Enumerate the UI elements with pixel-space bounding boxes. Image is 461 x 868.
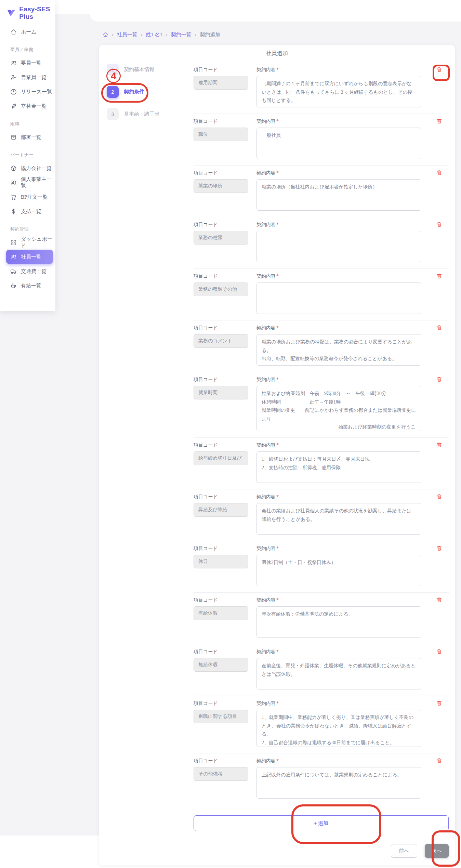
breadcrumb-home-icon[interactable]: [103, 32, 108, 38]
contract-content-label: 契約内容*: [256, 758, 421, 764]
delete-row-button[interactable]: [436, 118, 442, 124]
contract-content-textarea[interactable]: [256, 76, 421, 107]
delete-row-button[interactable]: [436, 170, 442, 175]
sidebar-item-label: 交通費一覧: [21, 268, 47, 275]
contract-content-textarea[interactable]: [256, 179, 421, 211]
contract-content-textarea[interactable]: [256, 710, 421, 747]
sidebar-item-label: 協力会社一覧: [21, 165, 52, 172]
chevron-right-icon: ›: [195, 32, 197, 38]
sidebar-item-sole-proprietor-list[interactable]: 個人事業主一覧: [0, 175, 55, 190]
contract-content-label: 契約内容*: [256, 597, 421, 603]
sidebar-section-title: 組織: [0, 113, 55, 130]
contract-content-label: 契約内容*: [256, 494, 421, 500]
item-code-input: [194, 658, 248, 672]
contract-content-textarea[interactable]: [256, 658, 421, 689]
required-mark: *: [276, 377, 279, 382]
contract-conditions-form: 項目コード契約内容*項目コード契約内容*項目コード契約内容*項目コード契約内容*…: [177, 62, 455, 858]
required-mark: *: [276, 170, 279, 175]
sidebar-item-transport-expense-list[interactable]: 交通費一覧: [0, 264, 55, 278]
users-icon: [10, 60, 17, 66]
employee-add-card: 社員追加 1契約基本情報2契約条件3基本給・諸手当 項目コード契約内容*項目コー…: [99, 45, 455, 865]
sidebar-item-label: ホーム: [21, 29, 37, 35]
sidebar-item-partner-company-list[interactable]: 協力会社一覧: [0, 161, 55, 175]
item-code-input: [194, 76, 248, 90]
item-code-label: 項目コード: [194, 170, 248, 176]
delete-row-button[interactable]: [436, 758, 442, 763]
contract-rows: 項目コード契約内容*項目コード契約内容*項目コード契約内容*項目コード契約内容*…: [194, 62, 449, 805]
feather-icon: [10, 103, 17, 109]
contract-row: 項目コード契約内容*: [194, 320, 449, 372]
sidebar-item-paid-leave-list[interactable]: 有給一覧: [0, 278, 55, 293]
sidebar-item-home[interactable]: ホーム: [0, 25, 55, 39]
chevron-right-icon: ›: [112, 32, 114, 38]
item-code-input: [194, 503, 248, 517]
sidebar-item-bp-order-list[interactable]: BP注文一覧: [0, 190, 55, 204]
prev-button[interactable]: 前へ: [391, 844, 417, 858]
wizard-step-3[interactable]: 3基本給・諸手当: [107, 108, 177, 120]
sidebar-item-reimbursement-list[interactable]: 立替金一覧: [0, 99, 55, 113]
delete-row-button[interactable]: [436, 545, 442, 551]
contract-content-textarea[interactable]: [256, 503, 421, 535]
breadcrumb-item[interactable]: 社員一覧: [117, 31, 137, 38]
chevron-right-icon: ›: [141, 32, 143, 38]
delete-row-button[interactable]: [436, 325, 442, 330]
sidebar: Easy-SES Plus ホーム要員／稼働要員一覧営業員一覧リリース一覧立替金…: [0, 0, 55, 311]
contract-content-textarea[interactable]: [256, 231, 421, 262]
contract-content-textarea[interactable]: [256, 606, 421, 638]
required-mark: *: [276, 325, 279, 330]
delete-row-button[interactable]: [436, 273, 442, 279]
users-icon: [10, 254, 17, 260]
sidebar-item-label: 有給一覧: [21, 282, 41, 289]
contract-content-textarea[interactable]: [256, 282, 421, 314]
sidebar-section-title: 契約管理: [0, 219, 55, 235]
contract-content-textarea[interactable]: [256, 767, 421, 799]
delete-row-button[interactable]: [436, 376, 442, 382]
sidebar-item-dashboard[interactable]: ダッシュボード: [0, 235, 55, 250]
wizard-steps: 1契約基本情報2契約条件3基本給・諸手当: [99, 62, 177, 858]
sidebar-item-department-list[interactable]: 部署一覧: [0, 130, 55, 144]
item-code-input: [194, 606, 248, 620]
sidebar-item-sales-list[interactable]: 営業員一覧: [0, 70, 55, 84]
item-code-label: 項目コード: [194, 221, 248, 228]
sidebar-item-employee-list[interactable]: 社員一覧: [6, 250, 53, 264]
grid-icon: [10, 239, 17, 246]
delete-row-button[interactable]: [436, 494, 442, 499]
archive-icon: [10, 134, 17, 141]
delete-row-button[interactable]: [436, 648, 442, 654]
item-code-label: 項目コード: [194, 118, 248, 124]
contract-row: 項目コード契約内容*: [194, 489, 449, 541]
wizard-step-1[interactable]: 1契約基本情報: [107, 64, 177, 76]
sidebar-item-label: BP注文一覧: [21, 194, 48, 200]
contract-content-textarea[interactable]: [256, 128, 421, 159]
delete-row-button[interactable]: [436, 442, 442, 448]
breadcrumb-item[interactable]: 姓1 名1: [146, 31, 162, 38]
sidebar-item-payment-list[interactable]: 支払一覧: [0, 204, 55, 219]
sidebar-section-title: パートナー: [0, 144, 55, 161]
next-button[interactable]: 次へ: [425, 844, 449, 858]
contract-content-textarea[interactable]: [256, 555, 421, 586]
add-row-button[interactable]: + 追加: [194, 815, 449, 831]
item-code-input: [194, 179, 248, 193]
contract-content-label: 契約内容*: [256, 325, 421, 331]
contract-row: 項目コード契約内容*: [194, 372, 449, 438]
contract-content-textarea[interactable]: [256, 451, 421, 483]
delete-row-button[interactable]: [436, 700, 442, 706]
delete-row-button[interactable]: [436, 66, 442, 72]
user-check-icon: [10, 74, 17, 81]
sidebar-item-staff-list[interactable]: 要員一覧: [0, 56, 55, 70]
required-mark: *: [276, 119, 279, 124]
breadcrumb-item[interactable]: 契約一覧: [171, 31, 192, 38]
contract-content-textarea[interactable]: [256, 334, 421, 366]
cube-icon: [10, 165, 17, 172]
required-mark: *: [276, 758, 279, 763]
contract-row: 項目コード契約内容*: [194, 438, 449, 489]
app-logo[interactable]: Easy-SES Plus: [0, 6, 55, 20]
delete-row-button[interactable]: [436, 221, 442, 227]
delete-row-button[interactable]: [436, 597, 442, 603]
contract-content-textarea[interactable]: [256, 386, 421, 431]
top-navbar: [90, 0, 461, 22]
contract-row: 項目コード契約内容*: [194, 166, 449, 217]
sidebar-item-release-list[interactable]: リリース一覧: [0, 84, 55, 99]
chevron-right-icon: ›: [166, 32, 168, 38]
wizard-step-2[interactable]: 2契約条件: [107, 86, 177, 98]
